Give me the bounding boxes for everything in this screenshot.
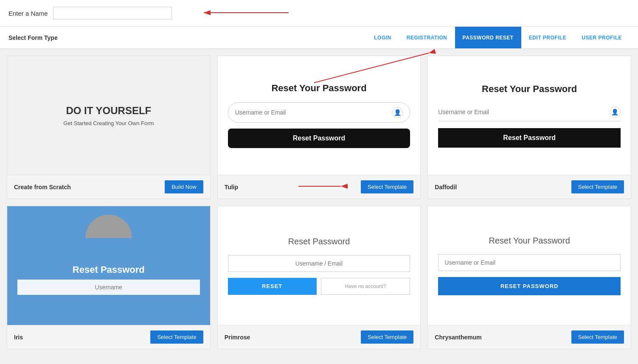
middle-bottom-noaccount-button[interactable]: Have no account?: [321, 278, 410, 295]
top-bar: Enter a Name: [0, 0, 638, 27]
tulip-reset-btn[interactable]: Reset Password: [228, 129, 410, 148]
middle-bottom-reset-button[interactable]: RESET: [228, 278, 317, 295]
right-bottom-card-body: Reset Your Password RESET PASSWORD: [428, 206, 631, 325]
form-type-bar: Select Form Type LOGIN REGISTRATION PASS…: [0, 27, 638, 49]
tulip-card-footer: Tulip Select Template: [218, 175, 421, 199]
diy-build-now-button[interactable]: Build Now: [165, 180, 203, 193]
diy-card-footer: Create from Scratch Build Now: [7, 175, 210, 199]
middle-bottom-card-body: Reset Password RESET Have no account?: [218, 206, 421, 325]
avatar-card-footer: Iris Select Template: [7, 325, 210, 349]
middle-bottom-buttons: RESET Have no account?: [228, 278, 410, 295]
avatar-username-input[interactable]: [17, 280, 200, 295]
card-daffodil: Reset Your Password 👤 Reset Password Daf…: [427, 56, 631, 199]
daffodil-card-body: Reset Your Password 👤 Reset Password: [428, 56, 631, 175]
middle-bottom-title: Reset Password: [288, 237, 350, 246]
tulip-person-icon: 👤: [392, 107, 403, 118]
enter-name-label: Enter a Name: [8, 10, 48, 17]
card-tulip: Reset Your Password 👤 Reset Password Tul…: [217, 56, 421, 199]
tulip-select-template-button[interactable]: Select Template: [361, 180, 413, 193]
tab-registration[interactable]: REGISTRATION: [399, 27, 455, 48]
daffodil-card-footer: Daffodil Select Template: [428, 175, 631, 199]
middle-bottom-select-template-button[interactable]: Select Template: [361, 330, 413, 344]
right-bottom-title: Reset Your Password: [438, 236, 621, 246]
daffodil-select-template-button[interactable]: Select Template: [571, 180, 624, 193]
tab-login[interactable]: LOGIN: [366, 27, 399, 48]
diy-card-name: Create from Scratch: [14, 184, 71, 190]
right-bottom-username-input[interactable]: [444, 259, 614, 266]
middle-bottom-input-wrap: [228, 255, 410, 272]
right-bottom-select-template-button[interactable]: Select Template: [571, 330, 624, 344]
right-bottom-reset-button[interactable]: RESET PASSWORD: [438, 277, 621, 295]
diy-subtitle: Get Started Creating Your Own Form: [63, 120, 154, 126]
card-right-bottom: Reset Your Password RESET PASSWORD Chrys…: [427, 206, 631, 349]
tulip-card-name: Tulip: [225, 184, 238, 190]
middle-bottom-username-input[interactable]: [234, 260, 404, 267]
card-middle-bottom: Reset Password RESET Have no account? Pr…: [217, 206, 421, 349]
avatar-silhouette: [85, 215, 132, 238]
daffodil-person-icon: 👤: [610, 106, 621, 118]
tulip-title: Reset Your Password: [271, 83, 366, 94]
form-type-tabs: LOGIN REGISTRATION PASSWORD RESET EDIT P…: [366, 27, 630, 48]
tulip-card-body: Reset Your Password 👤 Reset Password: [218, 56, 421, 175]
avatar-card-title: Reset Password: [73, 264, 145, 275]
right-bottom-input-wrap: [438, 254, 621, 271]
tab-edit-profile[interactable]: EDIT PROFILE: [521, 27, 574, 48]
avatar-select-template-button[interactable]: Select Template: [150, 330, 203, 344]
tulip-username-input[interactable]: [235, 109, 392, 116]
middle-bottom-card-footer: Primrose Select Template: [218, 325, 421, 349]
name-input[interactable]: [53, 7, 172, 20]
avatar-card-name: Iris: [14, 334, 23, 341]
tab-user-profile[interactable]: USER PROFILE: [574, 27, 630, 48]
avatar-card-body: Reset Password: [7, 206, 210, 325]
middle-bottom-card-name: Primrose: [225, 334, 250, 341]
right-bottom-card-name: Chrysanthemum: [435, 334, 481, 341]
daffodil-input-wrap: 👤: [438, 103, 621, 121]
tulip-input-wrap: 👤: [228, 102, 410, 123]
daffodil-username-input[interactable]: [438, 109, 610, 115]
diy-card-body: DO IT YOURSELF Get Started Creating Your…: [7, 56, 210, 175]
daffodil-reset-btn[interactable]: Reset Password: [438, 128, 621, 148]
daffodil-card-name: Daffodil: [435, 184, 457, 190]
tab-password-reset[interactable]: PASSWORD RESET: [455, 27, 521, 48]
cards-grid: DO IT YOURSELF Get Started Creating Your…: [0, 49, 638, 356]
form-type-label: Select Form Type: [8, 34, 58, 41]
daffodil-title: Reset Your Password: [438, 84, 621, 95]
diy-title: DO IT YOURSELF: [66, 105, 151, 117]
card-diy: DO IT YOURSELF Get Started Creating Your…: [7, 56, 211, 199]
right-bottom-card-footer: Chrysanthemum Select Template: [428, 325, 631, 349]
card-avatar: Reset Password Iris Select Template: [7, 206, 211, 349]
